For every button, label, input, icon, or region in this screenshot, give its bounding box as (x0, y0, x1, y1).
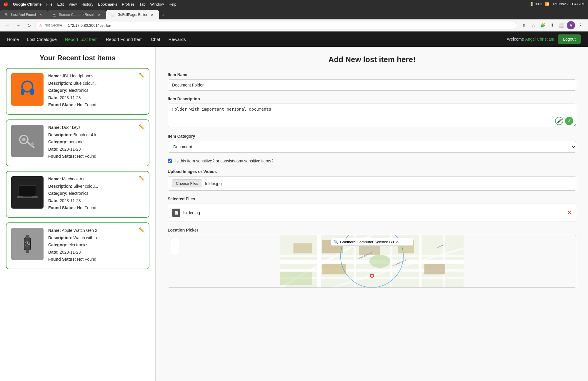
security-icon: ⚠ (39, 24, 42, 27)
browser-toolbar: ← → ↻ ⚠ Not Secure | 172.17.0.80:3001/lo… (0, 19, 588, 31)
edit-button-watch[interactable]: ✏️ (139, 227, 145, 233)
browser-tab-screen-capture[interactable]: 📷 Screen Capture Result ✕ (48, 10, 106, 19)
main-layout: Your Recent lost items Name: JBL Headpho… (0, 47, 588, 381)
card-status-watch: Found Status: Not Found (48, 257, 144, 262)
download-button[interactable]: ⬇ (548, 21, 556, 29)
item-image-keys (11, 125, 44, 157)
browser-tab-gofullpage[interactable]: 📄 GoFullPage: Editor ✕ (106, 10, 159, 19)
tab-close-screen-capture[interactable]: ✕ (97, 12, 101, 17)
card-info-headphones: Name: JBL Headphones ... Description: Bl… (48, 73, 144, 109)
nav-report-lost[interactable]: Report Lost Item (65, 36, 98, 43)
svg-rect-29 (443, 235, 445, 287)
mac-menubar-left: 🍎 Google Chrome File Edit View History B… (4, 2, 176, 6)
menu-profiles[interactable]: Profiles (122, 2, 134, 6)
svg-line-6 (31, 143, 33, 144)
nav-chat[interactable]: Chat (151, 36, 160, 43)
card-desc-macbook: Description: Silver colou... (48, 184, 144, 189)
new-tab-button[interactable]: + (159, 11, 167, 19)
item-description-label: Item Description (168, 97, 576, 101)
tab-close-lost-and-found[interactable]: ✕ (38, 12, 43, 17)
menu-button[interactable]: ⋮ (576, 21, 584, 29)
remove-file-button[interactable]: ✕ (567, 209, 572, 216)
svg-line-7 (32, 144, 34, 146)
menu-view[interactable]: View (69, 2, 77, 6)
card-desc-headphones: Description: Blue colour ... (48, 81, 144, 86)
card-info-macbook: Name: Macbook Air Description: Silver co… (48, 176, 144, 212)
zoom-in-button[interactable]: + (171, 238, 179, 246)
browser-chrome: 🔍 Lost And Found ✕ 📷 Screen Capture Resu… (0, 8, 588, 31)
menu-bookmarks[interactable]: Bookmarks (98, 2, 117, 6)
reload-button[interactable]: ↻ (25, 21, 33, 29)
browser-tab-lost-and-found[interactable]: 🔍 Lost And Found ✕ (0, 10, 48, 19)
card-desc-watch: Description: Watch with b... (48, 235, 144, 241)
logout-button[interactable]: Logout (558, 34, 581, 44)
card-date-watch: Date: 2023-11-23 (48, 249, 144, 255)
mac-menubar: 🍎 Google Chrome File Edit View History B… (0, 0, 588, 8)
map-search-clear-button[interactable]: ✕ (396, 239, 399, 244)
view-button[interactable]: ⬜ (557, 21, 566, 29)
card-name-watch: Name: Apple Watch Gen 2 (48, 228, 144, 234)
item-category-select[interactable]: Document Electronics Personal Clothing O… (168, 141, 576, 153)
item-description-input[interactable]: Folder with important personal documents (168, 104, 576, 127)
menu-file[interactable]: File (46, 2, 53, 6)
datetime: Thu Nov 23 1:47 AM (552, 2, 584, 6)
toolbar-icons: ⬆ ☆ 🧩 ⬇ ⬜ A ⋮ (520, 21, 584, 29)
item-card-headphones: Name: JBL Headphones ... Description: Bl… (6, 68, 149, 115)
item-name-input[interactable] (168, 79, 576, 91)
forward-button[interactable]: → (14, 21, 22, 29)
mac-menubar-right: 🔋 90% 📶 Thu Nov 23 1:47 AM (529, 2, 584, 6)
menu-history[interactable]: History (81, 2, 93, 6)
username-display: Angel Christian! (525, 37, 554, 41)
svg-rect-11 (23, 196, 32, 197)
right-panel: Add New lost item here! Item Name Item D… (156, 47, 588, 381)
menu-tab[interactable]: Tab (139, 2, 146, 6)
menu-edit[interactable]: Edit (57, 2, 64, 6)
edit-button-keys[interactable]: ✏️ (139, 124, 145, 130)
not-secure-label: Not Secure (44, 23, 62, 27)
map-container[interactable]: University Avenue University Avenue Robi… (168, 235, 576, 288)
svg-rect-25 (317, 235, 321, 287)
sensitive-row: Is this item sensitive? or consists any … (168, 159, 576, 163)
edit-button-macbook[interactable]: ✏️ (139, 176, 145, 181)
refresh-button[interactable]: ↺ (565, 117, 573, 125)
sensitive-checkbox[interactable] (168, 159, 172, 163)
battery-indicator: 🔋 90% (529, 2, 542, 6)
mic-button[interactable]: 🎤 (555, 117, 563, 125)
left-panel-title: Your Recent lost items (6, 54, 149, 62)
bookmark-button[interactable]: ☆ (529, 21, 537, 29)
apple-icon[interactable]: 🍎 (4, 2, 8, 6)
nav-rewards[interactable]: Rewards (169, 36, 186, 43)
menu-window[interactable]: Window (150, 2, 164, 6)
nav-home[interactable]: Home (7, 36, 19, 43)
item-image-headphones (11, 73, 44, 106)
tab-title: Lost And Found (11, 13, 36, 17)
nav-lost-catalogue[interactable]: Lost Catalogue (27, 36, 57, 43)
tab-close-gofullpage[interactable]: ✕ (150, 12, 154, 17)
item-name-label: Item Name (168, 72, 576, 77)
extensions-button[interactable]: 🧩 (539, 21, 547, 29)
address-bar[interactable]: ⚠ Not Secure | 172.17.0.80:3001/lost-for… (35, 22, 517, 29)
selected-files-label: Selected Files (168, 197, 576, 201)
menu-help[interactable]: Help (169, 2, 176, 6)
svg-rect-1 (21, 89, 24, 95)
map-zoom-controls: + − (171, 238, 179, 254)
file-item-left: 📄 folder.jpg (172, 209, 200, 217)
zoom-out-button[interactable]: − (171, 246, 179, 254)
choose-files-button[interactable]: Choose Files (172, 179, 202, 187)
svg-rect-14 (26, 235, 29, 238)
app-nav: Home Lost Catalogue Report Lost Item Rep… (0, 31, 588, 47)
share-button[interactable]: ⬆ (520, 21, 528, 29)
back-button[interactable]: ← (4, 21, 12, 29)
card-info-keys: Name: Door keys Description: Bunch of 4 … (48, 125, 144, 161)
svg-rect-32 (294, 243, 312, 254)
svg-rect-9 (19, 186, 36, 196)
left-panel: Your Recent lost items Name: JBL Headpho… (0, 47, 156, 381)
wifi-icon: 📶 (545, 2, 549, 6)
card-cat-watch: Category: electronics (48, 242, 144, 248)
selected-files-box: 📄 folder.jpg ✕ (168, 204, 576, 222)
edit-button-headphones[interactable]: ✏️ (139, 73, 145, 78)
item-image-macbook (11, 176, 44, 209)
nav-report-found[interactable]: Report Found Item (106, 36, 143, 43)
selected-file-item: 📄 folder.jpg ✕ (172, 207, 572, 219)
profile-button[interactable]: A (567, 21, 575, 29)
